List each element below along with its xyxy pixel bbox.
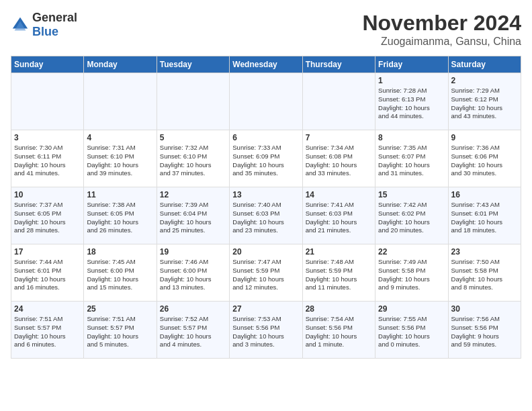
day-info: Sunrise: 7:39 AM Sunset: 6:04 PM Dayligh… bbox=[160, 201, 226, 235]
day-number: 14 bbox=[306, 190, 372, 199]
calendar-cell: 9Sunrise: 7:36 AM Sunset: 6:06 PM Daylig… bbox=[448, 130, 521, 187]
calendar-cell: 23Sunrise: 7:50 AM Sunset: 5:58 PM Dayli… bbox=[448, 244, 521, 302]
calendar-week-5: 24Sunrise: 7:51 AM Sunset: 5:57 PM Dayli… bbox=[11, 302, 521, 359]
day-info: Sunrise: 7:52 AM Sunset: 5:57 PM Dayligh… bbox=[160, 315, 226, 349]
calendar-cell: 16Sunrise: 7:43 AM Sunset: 6:01 PM Dayli… bbox=[448, 187, 521, 244]
day-header-saturday: Saturday bbox=[448, 56, 521, 73]
day-number: 9 bbox=[451, 133, 518, 142]
day-info: Sunrise: 7:41 AM Sunset: 6:03 PM Dayligh… bbox=[306, 201, 372, 235]
calendar-table: SundayMondayTuesdayWednesdayThursdayFrid… bbox=[11, 56, 521, 359]
month-title: November 2024 bbox=[362, 11, 521, 36]
calendar-cell: 13Sunrise: 7:40 AM Sunset: 6:03 PM Dayli… bbox=[230, 187, 302, 244]
calendar-cell: 20Sunrise: 7:47 AM Sunset: 5:59 PM Dayli… bbox=[230, 244, 302, 302]
calendar-cell bbox=[11, 73, 84, 130]
calendar-cell: 26Sunrise: 7:52 AM Sunset: 5:57 PM Dayli… bbox=[157, 302, 229, 359]
calendar-cell: 6Sunrise: 7:33 AM Sunset: 6:09 PM Daylig… bbox=[230, 130, 302, 187]
calendar-cell: 11Sunrise: 7:38 AM Sunset: 6:05 PM Dayli… bbox=[84, 187, 157, 244]
calendar-body: 1Sunrise: 7:28 AM Sunset: 6:13 PM Daylig… bbox=[11, 73, 521, 359]
header: General Blue November 2024 Zuogaimanma, … bbox=[11, 11, 521, 48]
day-info: Sunrise: 7:56 AM Sunset: 5:56 PM Dayligh… bbox=[451, 315, 518, 349]
day-info: Sunrise: 7:54 AM Sunset: 5:56 PM Dayligh… bbox=[306, 315, 372, 349]
day-number: 29 bbox=[378, 304, 445, 314]
calendar-cell: 18Sunrise: 7:45 AM Sunset: 6:00 PM Dayli… bbox=[84, 244, 157, 302]
day-info: Sunrise: 7:31 AM Sunset: 6:10 PM Dayligh… bbox=[87, 144, 153, 178]
calendar-cell: 24Sunrise: 7:51 AM Sunset: 5:57 PM Dayli… bbox=[11, 302, 84, 359]
day-info: Sunrise: 7:34 AM Sunset: 6:08 PM Dayligh… bbox=[306, 144, 372, 178]
calendar-week-1: 1Sunrise: 7:28 AM Sunset: 6:13 PM Daylig… bbox=[11, 73, 521, 130]
calendar-cell: 8Sunrise: 7:35 AM Sunset: 6:07 PM Daylig… bbox=[375, 130, 448, 187]
day-info: Sunrise: 7:33 AM Sunset: 6:09 PM Dayligh… bbox=[232, 144, 299, 178]
calendar-cell: 25Sunrise: 7:51 AM Sunset: 5:57 PM Dayli… bbox=[84, 302, 157, 359]
day-header-tuesday: Tuesday bbox=[157, 56, 229, 73]
calendar-cell: 14Sunrise: 7:41 AM Sunset: 6:03 PM Dayli… bbox=[302, 187, 375, 244]
day-info: Sunrise: 7:55 AM Sunset: 5:56 PM Dayligh… bbox=[378, 315, 445, 349]
day-number: 20 bbox=[232, 247, 299, 257]
day-info: Sunrise: 7:37 AM Sunset: 6:05 PM Dayligh… bbox=[14, 201, 81, 235]
day-info: Sunrise: 7:35 AM Sunset: 6:07 PM Dayligh… bbox=[378, 144, 445, 178]
day-number: 30 bbox=[451, 304, 518, 314]
day-header-friday: Friday bbox=[375, 56, 448, 73]
title-area: November 2024 Zuogaimanma, Gansu, China bbox=[362, 11, 521, 48]
calendar-cell: 5Sunrise: 7:32 AM Sunset: 6:10 PM Daylig… bbox=[157, 130, 229, 187]
day-info: Sunrise: 7:29 AM Sunset: 6:12 PM Dayligh… bbox=[451, 87, 518, 121]
calendar-cell: 4Sunrise: 7:31 AM Sunset: 6:10 PM Daylig… bbox=[84, 130, 157, 187]
logo-icon bbox=[11, 15, 30, 34]
day-number: 23 bbox=[451, 247, 518, 257]
day-info: Sunrise: 7:53 AM Sunset: 5:56 PM Dayligh… bbox=[232, 315, 299, 349]
day-number: 27 bbox=[232, 304, 299, 314]
calendar-cell: 28Sunrise: 7:54 AM Sunset: 5:56 PM Dayli… bbox=[302, 302, 375, 359]
day-number: 2 bbox=[451, 76, 518, 85]
day-number: 22 bbox=[378, 247, 445, 257]
day-info: Sunrise: 7:51 AM Sunset: 5:57 PM Dayligh… bbox=[14, 315, 81, 349]
calendar-cell: 15Sunrise: 7:42 AM Sunset: 6:02 PM Dayli… bbox=[375, 187, 448, 244]
day-number: 15 bbox=[378, 190, 445, 199]
day-number: 8 bbox=[378, 133, 445, 142]
day-header-wednesday: Wednesday bbox=[230, 56, 302, 73]
day-info: Sunrise: 7:50 AM Sunset: 5:58 PM Dayligh… bbox=[451, 258, 518, 292]
calendar-cell bbox=[157, 73, 229, 130]
calendar-cell: 12Sunrise: 7:39 AM Sunset: 6:04 PM Dayli… bbox=[157, 187, 229, 244]
day-number: 28 bbox=[306, 304, 372, 314]
day-number: 11 bbox=[87, 190, 153, 199]
day-header-sunday: Sunday bbox=[11, 56, 84, 73]
day-info: Sunrise: 7:43 AM Sunset: 6:01 PM Dayligh… bbox=[451, 201, 518, 235]
day-info: Sunrise: 7:45 AM Sunset: 6:00 PM Dayligh… bbox=[87, 258, 153, 292]
calendar-cell: 2Sunrise: 7:29 AM Sunset: 6:12 PM Daylig… bbox=[448, 73, 521, 130]
calendar-cell: 29Sunrise: 7:55 AM Sunset: 5:56 PM Dayli… bbox=[375, 302, 448, 359]
calendar-cell: 30Sunrise: 7:56 AM Sunset: 5:56 PM Dayli… bbox=[448, 302, 521, 359]
logo-general-text: General bbox=[32, 11, 77, 24]
day-number: 5 bbox=[160, 133, 226, 142]
day-info: Sunrise: 7:48 AM Sunset: 5:59 PM Dayligh… bbox=[306, 258, 372, 292]
day-number: 21 bbox=[306, 247, 372, 257]
calendar-week-2: 3Sunrise: 7:30 AM Sunset: 6:11 PM Daylig… bbox=[11, 130, 521, 187]
day-number: 12 bbox=[160, 190, 226, 199]
day-info: Sunrise: 7:30 AM Sunset: 6:11 PM Dayligh… bbox=[14, 144, 81, 178]
day-info: Sunrise: 7:51 AM Sunset: 5:57 PM Dayligh… bbox=[87, 315, 153, 349]
day-info: Sunrise: 7:32 AM Sunset: 6:10 PM Dayligh… bbox=[160, 144, 226, 178]
calendar-week-4: 17Sunrise: 7:44 AM Sunset: 6:01 PM Dayli… bbox=[11, 244, 521, 302]
day-info: Sunrise: 7:44 AM Sunset: 6:01 PM Dayligh… bbox=[14, 258, 81, 292]
calendar-cell: 17Sunrise: 7:44 AM Sunset: 6:01 PM Dayli… bbox=[11, 244, 84, 302]
day-number: 24 bbox=[14, 304, 81, 314]
calendar-header-row: SundayMondayTuesdayWednesdayThursdayFrid… bbox=[11, 56, 521, 73]
day-number: 13 bbox=[232, 190, 299, 199]
day-number: 3 bbox=[14, 133, 81, 142]
day-number: 19 bbox=[160, 247, 226, 257]
calendar-cell: 27Sunrise: 7:53 AM Sunset: 5:56 PM Dayli… bbox=[230, 302, 302, 359]
day-header-monday: Monday bbox=[84, 56, 157, 73]
calendar-cell: 10Sunrise: 7:37 AM Sunset: 6:05 PM Dayli… bbox=[11, 187, 84, 244]
day-number: 26 bbox=[160, 304, 226, 314]
location-title: Zuogaimanma, Gansu, China bbox=[362, 36, 521, 48]
calendar-cell: 19Sunrise: 7:46 AM Sunset: 6:00 PM Dayli… bbox=[157, 244, 229, 302]
day-info: Sunrise: 7:28 AM Sunset: 6:13 PM Dayligh… bbox=[378, 87, 445, 121]
day-info: Sunrise: 7:49 AM Sunset: 5:58 PM Dayligh… bbox=[378, 258, 445, 292]
day-header-thursday: Thursday bbox=[302, 56, 375, 73]
day-info: Sunrise: 7:47 AM Sunset: 5:59 PM Dayligh… bbox=[232, 258, 299, 292]
day-number: 4 bbox=[87, 133, 153, 142]
calendar-cell: 1Sunrise: 7:28 AM Sunset: 6:13 PM Daylig… bbox=[375, 73, 448, 130]
day-info: Sunrise: 7:36 AM Sunset: 6:06 PM Dayligh… bbox=[451, 144, 518, 178]
day-info: Sunrise: 7:46 AM Sunset: 6:00 PM Dayligh… bbox=[160, 258, 226, 292]
calendar-cell bbox=[302, 73, 375, 130]
logo-blue-text: Blue bbox=[32, 25, 58, 38]
day-number: 10 bbox=[14, 190, 81, 199]
